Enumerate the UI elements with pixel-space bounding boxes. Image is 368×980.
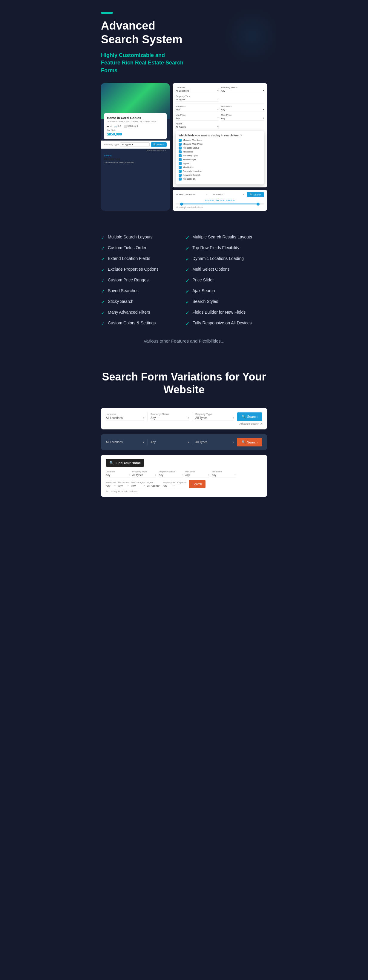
feature-label: Multiple Search Layouts	[108, 235, 152, 239]
checkbox-checked-8[interactable]: ✓	[179, 166, 182, 169]
checkbox-checked-5[interactable]: ✓	[179, 154, 182, 157]
check-icon: ✓	[101, 246, 105, 251]
var1-type-field: Property Type All Types ▾	[195, 413, 234, 420]
feature-label: Dynamic Locations Loading	[192, 256, 244, 261]
var3-propid: Property ID Any▾	[163, 481, 175, 488]
hero-accent	[101, 12, 113, 14]
feature-item: ✓ Top Row Fields Flexibility	[186, 245, 267, 251]
check-icon: ✓	[186, 256, 189, 262]
var3-empty	[238, 470, 262, 477]
min-baths-field: Min Baths Any ▾	[221, 105, 264, 112]
cb-min-garages: ✓ Min Garages	[179, 158, 261, 161]
var3-search-button[interactable]: Search	[189, 480, 205, 488]
hero-subtitle: Highly Customizable and Feature Rich Rea…	[101, 52, 185, 74]
hero-section: Advanced Search System Highly Customizab…	[92, 0, 276, 220]
slider-search-button[interactable]: 🔍 Search	[247, 192, 264, 197]
checkbox-checked-3[interactable]: ✓	[179, 146, 182, 150]
search-icon-2: 🔍	[242, 440, 246, 444]
feature-label: Exclude Properties Options	[108, 267, 158, 272]
property-card-mockup: Home in Coral Gables Jeronimo Drive, Cor…	[101, 83, 170, 211]
checkbox-checked-4[interactable]: ✓	[179, 150, 182, 153]
feature-item: ✓ Search Styles	[186, 299, 267, 305]
features-grid: ✓ Multiple Search Layouts ✓ Multiple Sea…	[101, 235, 267, 326]
var3-keyword: Keyword	[177, 481, 186, 488]
bath-icon: 🛁	[114, 125, 117, 128]
var2-search-button[interactable]: 🔍 Search	[237, 438, 262, 446]
checkbox-checked-6[interactable]: ✓	[179, 158, 182, 161]
property-type-select[interactable]: All Types ▾	[120, 142, 150, 147]
check-icon: ✓	[186, 299, 189, 305]
feature-label: Top Row Fields Flexibility	[192, 245, 239, 250]
check-icon: ✓	[101, 310, 105, 316]
features-section: ✓ Multiple Search Layouts ✓ Multiple Sea…	[92, 220, 276, 358]
search-icon: 🔍	[242, 415, 246, 419]
slider-right-thumb[interactable]	[257, 203, 259, 205]
hero-title: Advanced Search System	[101, 19, 267, 46]
check-icon: ✓	[186, 289, 189, 294]
var3-minbaths: Min Baths Any▾	[212, 470, 236, 477]
search-row-2: Property Type All Types ▾	[176, 95, 264, 102]
feature-link-mini[interactable]: + Looking for certain features	[176, 206, 264, 208]
feature-item: ✓ Multiple Search Results Layouts	[186, 235, 267, 240]
feature-label: Many Advanced Filters	[108, 310, 150, 315]
feature-item: ✓ Fully Responsive on All Devices	[186, 320, 267, 326]
check-icon: ✓	[186, 278, 189, 283]
var3-row1: Location Any▾ Property Type All Types▾ P…	[106, 470, 262, 477]
feature-label: Custom Colors & Settings	[108, 320, 156, 325]
feature-label: Fully Responsive on All Devices	[192, 320, 251, 325]
recent-label: Recent	[101, 153, 170, 157]
property-price: $850,000	[107, 132, 164, 136]
feature-label: Multi Select Options	[192, 267, 230, 272]
search-fields-panel: Location All Locations ▾ Property Status…	[173, 83, 267, 188]
location-field: Location All Locations ▾	[176, 86, 219, 93]
search-row-1: Location All Locations ▾ Property Status…	[176, 86, 264, 93]
status-mini-field: All Status ▾	[213, 193, 245, 196]
bathrooms-stat: 🛁 4.5	[114, 125, 121, 128]
price-slider-panel: All Main Locations ▾ All Status ▾ 🔍 Sear…	[173, 190, 267, 211]
checkbox-checked[interactable]: ✓	[179, 139, 182, 142]
checkbox-checked-2[interactable]: ✓	[179, 143, 182, 146]
var3-agent: Agent All Agents▾	[147, 481, 160, 488]
advance-search-link[interactable]: Advance Search ↗	[101, 149, 170, 153]
check-icon: ✓	[186, 310, 189, 316]
var3-minbeds: Min Beds Any▾	[185, 470, 210, 477]
var1-row: Location All Locations ▾ Property Status…	[106, 412, 262, 421]
feature-label: Extend Location Fields	[108, 256, 150, 261]
var3-mingarages: Min Garages Any▾	[131, 481, 145, 488]
agent-field: Agent All Agents ▾	[176, 123, 219, 129]
checkbox-checked-10[interactable]: ✓	[179, 174, 182, 177]
checkbox-checked-11[interactable]: ✓	[179, 178, 182, 181]
search-button-small[interactable]: 🔍 Search	[151, 142, 167, 147]
var1-advance-link[interactable]: Advance Search ↗	[106, 422, 262, 425]
feature-label: Price Slider	[192, 278, 214, 282]
checkbox-checked-9[interactable]: ✓	[179, 170, 182, 173]
price-slider-track[interactable]	[176, 204, 264, 204]
hero-mockups: Home in Coral Gables Jeronimo Drive, Cor…	[101, 83, 267, 211]
variation-card-2: All Locations ▾ Any ▾ All Types ▾ 🔍 Sear…	[101, 434, 267, 450]
cb-min-max-price: ✓ Min and Max Price	[179, 143, 261, 146]
features-footer: Various other Features and Flexibilities…	[101, 339, 267, 344]
check-icon: ✓	[101, 321, 105, 326]
field-selector-panel: Which fields you want to display in sear…	[176, 131, 264, 185]
property-title: Home in Coral Gables	[107, 116, 164, 120]
empty-field	[221, 95, 264, 102]
var2-type-field: All Types ▾	[195, 441, 234, 444]
property-info-card: Home in Coral Gables Jeronimo Drive, Cor…	[104, 113, 167, 139]
var3-location: Location Any▾	[106, 470, 130, 477]
feature-item: ✓ Custom Colors & Settings	[101, 320, 182, 326]
checkbox-checked-7[interactable]: ✓	[179, 162, 182, 165]
properties-title: Properties	[101, 157, 170, 161]
bedrooms-stat: 🛏 4	[107, 125, 111, 128]
feature-item: ✓ Sticky Search	[101, 299, 182, 305]
var2-status-field: Any ▾	[150, 441, 189, 444]
check-icon: ✓	[186, 246, 189, 251]
var3-feature-link[interactable]: ⊕ Looking for certain features	[106, 490, 262, 493]
check-icon: ✓	[186, 267, 189, 273]
slider-left-thumb[interactable]	[180, 203, 183, 205]
search-bottom-bar: Property Type All Types ▾ 🔍 Search	[101, 140, 170, 149]
cb-agent: ✓ Agent	[179, 162, 261, 165]
var1-search-button[interactable]: 🔍 Search	[237, 412, 262, 421]
var3-maxprice: Max Price Any▾	[118, 481, 129, 488]
feature-label: Search Styles	[192, 299, 218, 304]
var1-status-field: Property Status Any ▾	[150, 413, 189, 420]
